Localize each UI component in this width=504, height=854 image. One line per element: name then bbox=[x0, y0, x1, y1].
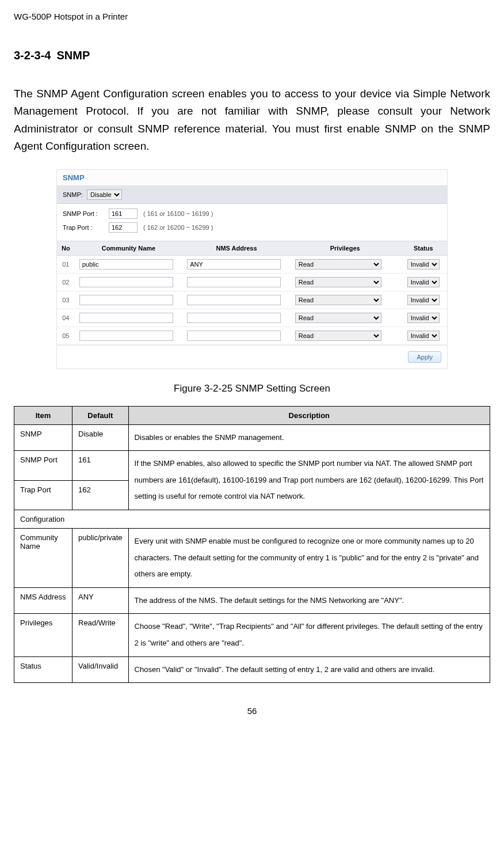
snmp-panel-title: SNMP bbox=[57, 170, 447, 186]
table-row: SNMP Disable Disables or enables the SNM… bbox=[14, 424, 490, 451]
status-select[interactable]: Invalid bbox=[407, 313, 440, 323]
trap-port-label: Trap Port : bbox=[63, 224, 109, 231]
col-nms: NMS Address bbox=[182, 241, 291, 255]
privileges-select[interactable]: Read bbox=[295, 331, 381, 341]
section-number: 3-2-3-4 bbox=[14, 49, 51, 62]
snmp-port-hint: ( 161 or 16100 ~ 16199 ) bbox=[143, 210, 213, 217]
nms-input[interactable] bbox=[187, 259, 281, 270]
snmp-table: No Community Name NMS Address Privileges… bbox=[57, 241, 447, 345]
cell-no: 02 bbox=[57, 273, 75, 291]
table-row: Community Name public/private Every unit… bbox=[14, 528, 490, 587]
cell-item: Trap Port bbox=[14, 480, 72, 510]
snmp-port-input[interactable] bbox=[109, 208, 138, 219]
info-table: Item Default Description SNMP Disable Di… bbox=[14, 406, 490, 684]
community-input[interactable] bbox=[79, 259, 173, 270]
apply-button[interactable]: Apply bbox=[408, 351, 441, 363]
cell-desc: If the SNMP enables, also allowed to spe… bbox=[128, 451, 490, 510]
cell-desc: Chosen "Valid" or "Invalid". The default… bbox=[128, 656, 490, 683]
figure-caption: Figure 3-2-25 SNMP Setting Screen bbox=[14, 383, 490, 394]
cell-no: 03 bbox=[57, 291, 75, 309]
cell-desc: The address of the NMS. The default sett… bbox=[128, 587, 490, 614]
cell-item: Community Name bbox=[14, 528, 72, 587]
nms-input[interactable] bbox=[187, 313, 281, 323]
snmp-port-label: SNMP Port : bbox=[63, 210, 109, 217]
privileges-select[interactable]: Read bbox=[295, 313, 381, 323]
snmp-screenshot: SNMP SNMP: Disable SNMP Port : ( 161 or … bbox=[56, 169, 448, 369]
intro-paragraph: The SNMP Agent Configuration screen enab… bbox=[14, 85, 490, 155]
status-select[interactable]: Invalid bbox=[407, 277, 440, 287]
table-row: SNMP Port 161 If the SNMP enables, also … bbox=[14, 451, 490, 480]
status-select[interactable]: Invalid bbox=[407, 331, 440, 341]
cell-item: Privileges bbox=[14, 614, 72, 656]
cell-item: NMS Address bbox=[14, 587, 72, 614]
cell-no: 05 bbox=[57, 327, 75, 344]
cell-no: 01 bbox=[57, 255, 75, 273]
snmp-label: SNMP: bbox=[63, 191, 83, 198]
col-no: No bbox=[57, 241, 75, 255]
th-item: Item bbox=[14, 406, 72, 424]
table-row: 02ReadInvalid bbox=[57, 273, 447, 291]
nms-input[interactable] bbox=[187, 277, 281, 287]
community-input[interactable] bbox=[79, 295, 173, 305]
table-row: 03ReadInvalid bbox=[57, 291, 447, 309]
section-title: SNMP bbox=[56, 49, 90, 62]
cell-item: SNMP Port bbox=[14, 451, 72, 480]
trap-port-hint: ( 162 or 16200 ~ 16299 ) bbox=[143, 224, 213, 231]
th-default: Default bbox=[72, 406, 129, 424]
table-row: Configuration bbox=[14, 510, 490, 528]
cell-default: 162 bbox=[72, 480, 129, 510]
snmp-select[interactable]: Disable bbox=[87, 189, 122, 200]
status-select[interactable]: Invalid bbox=[407, 259, 440, 270]
col-privileges: Privileges bbox=[291, 241, 400, 255]
snmp-enable-bar: SNMP: Disable bbox=[57, 186, 447, 204]
section-heading: 3-2-3-4SNMP bbox=[14, 49, 490, 62]
page-number: 56 bbox=[14, 706, 490, 716]
table-row: 05ReadInvalid bbox=[57, 327, 447, 344]
community-input[interactable] bbox=[79, 277, 173, 287]
cell-default: 161 bbox=[72, 451, 129, 480]
cell-item: Status bbox=[14, 656, 72, 683]
cell-default: Disable bbox=[72, 424, 129, 451]
cell-default: ANY bbox=[72, 587, 129, 614]
col-community: Community Name bbox=[75, 241, 183, 255]
table-row: 04ReadInvalid bbox=[57, 309, 447, 327]
col-status: Status bbox=[400, 241, 447, 255]
cell-desc: Disables or enables the SNMP management. bbox=[128, 424, 490, 451]
community-input[interactable] bbox=[79, 331, 173, 341]
nms-input[interactable] bbox=[187, 295, 281, 305]
nms-input[interactable] bbox=[187, 331, 281, 341]
table-row: 01ReadInvalid bbox=[57, 255, 447, 273]
privileges-select[interactable]: Read bbox=[295, 259, 381, 270]
cell-desc: Every unit with SNMP enable must be conf… bbox=[128, 528, 490, 587]
status-select[interactable]: Invalid bbox=[407, 295, 440, 305]
community-input[interactable] bbox=[79, 313, 173, 323]
cell-default: public/private bbox=[72, 528, 129, 587]
document-header: WG-500P Hotspot in a Printer bbox=[14, 12, 490, 21]
privileges-select[interactable]: Read bbox=[295, 295, 381, 305]
table-row: Status Valid/Invalid Chosen "Valid" or "… bbox=[14, 656, 490, 683]
th-description: Description bbox=[128, 406, 490, 424]
cell-no: 04 bbox=[57, 309, 75, 327]
privileges-select[interactable]: Read bbox=[295, 277, 381, 287]
trap-port-input[interactable] bbox=[109, 222, 138, 233]
snmp-ports-block: SNMP Port : ( 161 or 16100 ~ 16199 ) Tra… bbox=[57, 204, 447, 241]
cell-configuration: Configuration bbox=[14, 510, 490, 528]
cell-item: SNMP bbox=[14, 424, 72, 451]
table-row: Privileges Read/Write Choose "Read", "Wr… bbox=[14, 614, 490, 656]
cell-default: Read/Write bbox=[72, 614, 129, 656]
table-row: NMS Address ANY The address of the NMS. … bbox=[14, 587, 490, 614]
cell-desc: Choose "Read", "Write", "Trap Recipients… bbox=[128, 614, 490, 656]
cell-default: Valid/Invalid bbox=[72, 656, 129, 683]
